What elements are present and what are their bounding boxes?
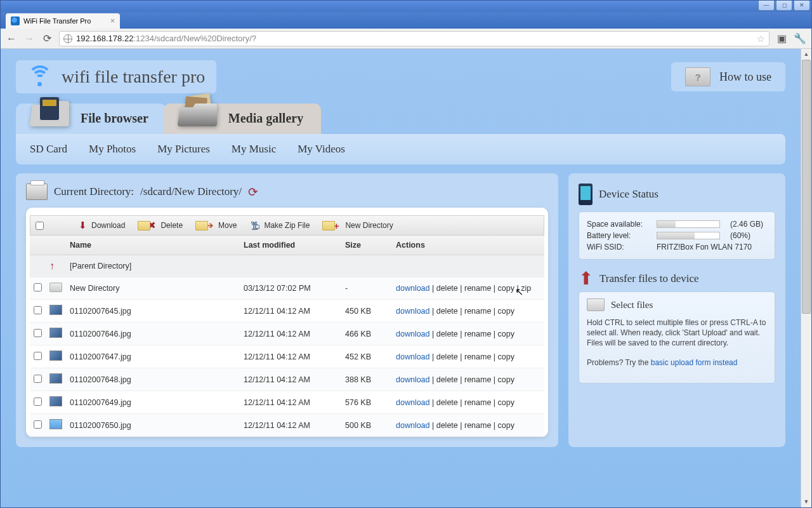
file-row[interactable]: 01102007647.jpg12/12/11 04:12 AM452 KBdo… xyxy=(30,345,544,368)
image-thumbnail-icon xyxy=(49,419,62,429)
tab-media-gallery-label: Media gallery xyxy=(228,111,303,126)
subnav-item[interactable]: My Pictures xyxy=(157,143,210,156)
row-checkbox[interactable] xyxy=(34,283,42,291)
file-row[interactable]: 01102007650.jpg12/12/11 04:12 AM500 KBdo… xyxy=(30,414,544,437)
action-download[interactable]: download xyxy=(396,307,430,316)
action-copy[interactable]: copy xyxy=(498,398,514,407)
action-rename[interactable]: rename xyxy=(464,284,491,293)
action-zip[interactable]: zip xyxy=(521,284,531,293)
action-delete[interactable]: delete xyxy=(436,284,458,293)
address-bar[interactable]: 192.168.178.22:1234/sdcard/New%20Directo… xyxy=(59,31,769,46)
new-directory-button[interactable]: +New Directory xyxy=(317,218,398,232)
subnav-item[interactable]: SD Card xyxy=(30,143,67,156)
reload-button[interactable]: ⟳ xyxy=(41,32,53,44)
sd-card-icon xyxy=(30,93,72,129)
action-delete[interactable]: delete xyxy=(436,307,458,316)
parent-directory-label: [Parent Directory] xyxy=(66,255,544,277)
action-delete[interactable]: delete xyxy=(436,352,458,361)
col-name[interactable]: Name xyxy=(66,236,240,255)
file-modified: 12/12/11 04:12 AM xyxy=(240,368,341,391)
action-copy[interactable]: copy xyxy=(498,421,514,430)
refresh-icon[interactable]: ⟳ xyxy=(248,185,258,199)
back-button[interactable]: ← xyxy=(6,33,17,44)
file-size: 388 KB xyxy=(341,368,392,391)
file-row[interactable]: New Directory03/13/12 07:02 PM-download … xyxy=(30,277,544,300)
window-minimize-button[interactable]: — xyxy=(758,1,775,11)
action-delete[interactable]: delete xyxy=(436,375,458,384)
action-delete[interactable]: delete xyxy=(436,421,458,430)
action-copy[interactable]: copy xyxy=(498,330,514,338)
action-rename[interactable]: rename xyxy=(464,421,491,430)
action-download[interactable]: download xyxy=(396,421,430,430)
action-copy[interactable]: copy xyxy=(498,284,514,293)
action-download[interactable]: download xyxy=(396,398,430,407)
file-name: 01102007645.jpg xyxy=(66,300,240,323)
action-download[interactable]: download xyxy=(396,330,430,338)
action-rename[interactable]: rename xyxy=(464,330,491,338)
move-button[interactable]: ➔Move xyxy=(190,218,242,232)
row-checkbox[interactable] xyxy=(34,375,42,383)
action-copy[interactable]: copy xyxy=(498,307,514,316)
action-rename[interactable]: rename xyxy=(464,352,491,361)
subnav-item[interactable]: My Videos xyxy=(298,143,345,156)
file-size: 466 KB xyxy=(341,323,392,345)
browser-tab[interactable]: WiFi File Transfer Pro × xyxy=(6,13,120,29)
tab-file-browser[interactable]: File browser xyxy=(16,104,166,134)
scroll-down-icon[interactable]: ▼ xyxy=(801,497,811,507)
forward-button[interactable]: → xyxy=(23,33,35,44)
action-copy[interactable]: copy xyxy=(498,375,514,384)
favicon-icon xyxy=(11,17,20,25)
action-delete[interactable]: delete xyxy=(436,330,458,338)
browser-tab-strip: WiFi File Transfer Pro × xyxy=(1,12,811,29)
how-to-use-button[interactable]: How to use xyxy=(671,62,785,91)
tab-media-gallery[interactable]: Media gallery xyxy=(164,104,321,134)
browser-tab-title: WiFi File Transfer Pro xyxy=(23,17,91,25)
device-status-box: Space available: (2.46 GB) Battery level… xyxy=(579,211,775,260)
upload-problems-text: Problems? Try the xyxy=(587,358,651,367)
download-button[interactable]: ⬇Download xyxy=(72,218,130,232)
action-rename[interactable]: rename xyxy=(464,375,491,384)
col-modified[interactable]: Last modified xyxy=(240,236,341,255)
action-rename[interactable]: rename xyxy=(464,307,491,316)
ssid-label: WiFi SSID: xyxy=(587,243,650,251)
tab-close-icon[interactable]: × xyxy=(110,17,115,25)
vertical-scrollbar[interactable]: ▲ ▼ xyxy=(801,49,811,507)
action-copy[interactable]: copy xyxy=(498,352,514,361)
file-row[interactable]: 01102007646.jpg12/12/11 04:12 AM466 KBdo… xyxy=(30,323,544,345)
action-delete[interactable]: delete xyxy=(436,398,458,407)
scroll-up-icon[interactable]: ▲ xyxy=(801,49,811,60)
subnav-item[interactable]: My Photos xyxy=(89,143,136,156)
window-maximize-button[interactable]: ◻ xyxy=(776,1,792,11)
row-checkbox[interactable] xyxy=(34,306,42,314)
file-row[interactable]: 01102007645.jpg12/12/11 04:12 AM450 KBdo… xyxy=(30,300,544,323)
action-download[interactable]: download xyxy=(396,375,430,384)
file-name: 01102007650.jpg xyxy=(66,414,240,437)
file-row[interactable]: 01102007649.jpg12/12/11 04:12 AM576 KBdo… xyxy=(30,391,544,414)
panel-toggle-icon[interactable]: ▣ xyxy=(776,32,787,44)
col-size[interactable]: Size xyxy=(341,236,392,255)
row-checkbox[interactable] xyxy=(34,398,42,406)
action-download[interactable]: download xyxy=(396,284,430,293)
image-thumbnail-icon xyxy=(49,396,62,406)
file-actions: download | delete | rename | copy xyxy=(392,300,544,323)
row-checkbox[interactable] xyxy=(34,420,42,429)
parent-directory-row[interactable]: ↑ [Parent Directory] xyxy=(30,255,544,277)
app-title: wifi file transfer pro xyxy=(62,67,205,87)
row-checkbox[interactable] xyxy=(34,352,42,360)
basic-upload-link[interactable]: basic upload form instead xyxy=(651,358,738,367)
subnav-item[interactable]: My Music xyxy=(232,143,276,156)
upload-icon: ⬆ xyxy=(579,274,593,284)
action-download[interactable]: download xyxy=(396,352,430,361)
delete-button[interactable]: ✖Delete xyxy=(133,218,188,232)
scroll-thumb[interactable] xyxy=(802,60,811,314)
select-files-button[interactable]: Select files xyxy=(587,298,767,311)
file-row[interactable]: 01102007648.jpg12/12/11 04:12 AM388 KBdo… xyxy=(30,368,544,391)
wrench-menu-icon[interactable]: 🔧 xyxy=(794,32,806,44)
make-zip-button[interactable]: 🗜Make Zip File xyxy=(244,218,315,232)
select-all-checkbox[interactable] xyxy=(36,222,44,230)
row-checkbox[interactable] xyxy=(34,329,42,337)
window-close-button[interactable]: ✕ xyxy=(794,1,810,11)
action-rename[interactable]: rename xyxy=(464,398,491,407)
file-name: 01102007646.jpg xyxy=(66,323,240,345)
bookmark-star-icon[interactable]: ☆ xyxy=(757,34,765,44)
